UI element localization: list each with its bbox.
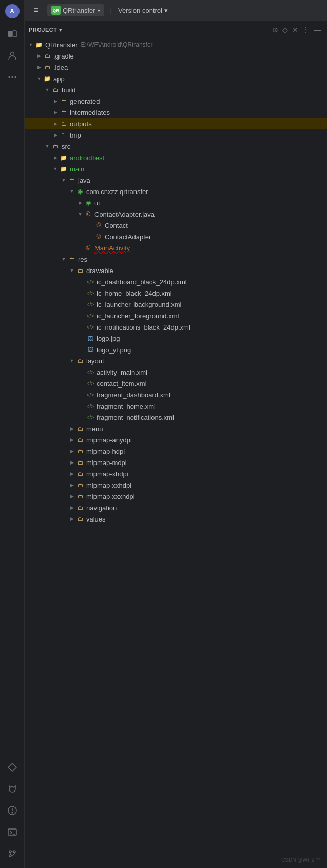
tree-item-package[interactable]: ▼ ◉ com.cnxzz.qrtransfer bbox=[25, 186, 327, 197]
account-icon[interactable] bbox=[2, 45, 23, 66]
close-icon[interactable]: ✕ bbox=[292, 26, 298, 34]
tree-item-tmp[interactable]: ▶ 🗀 tmp bbox=[25, 129, 327, 141]
tree-item-mipmap-anydpi[interactable]: ▶ 🗀 mipmap-anydpi bbox=[25, 434, 327, 446]
tree-item-mainactivity[interactable]: © MainActivity bbox=[25, 242, 327, 254]
tree-item-ic-launcher-bg[interactable]: </> ic_launcher_background.xml bbox=[25, 299, 327, 310]
arrow-generated: ▶ bbox=[51, 97, 60, 105]
folder-icon-qrtransfer: 📁 bbox=[35, 41, 43, 49]
arrow-main: ▼ bbox=[51, 165, 60, 173]
tree-item-fragment-notifications[interactable]: </> fragment_notifications.xml bbox=[25, 412, 327, 423]
warning-icon[interactable] bbox=[2, 800, 23, 821]
arrow-qrtransfer: ▼ bbox=[27, 41, 35, 49]
panel-header-left: Project ▾ bbox=[29, 27, 62, 33]
image-icon-logo-yt: 🖼 bbox=[86, 345, 94, 354]
arrow-mipmap-mdpi: ▶ bbox=[68, 458, 76, 467]
tree-item-ic-home[interactable]: </> ic_home_black_24dp.xml bbox=[25, 287, 327, 299]
folder-icon-app: 📁 bbox=[43, 74, 51, 83]
tree-item-contactadapter-java[interactable]: ▼ © ContactAdapter.java bbox=[25, 208, 327, 220]
file-label-fragment-notifications: fragment_notifications.xml bbox=[97, 414, 174, 421]
file-label-mipmap-hdpi: mipmap-hdpi bbox=[86, 448, 125, 455]
file-label-fragment-dashboard: fragment_dashboard.xml bbox=[97, 391, 170, 399]
add-icon[interactable]: ⊕ bbox=[272, 26, 278, 34]
tree-item-java[interactable]: ▼ 🗀 java bbox=[25, 175, 327, 186]
svg-point-9 bbox=[12, 812, 13, 813]
app-selector[interactable]: QR QRtransfer ▾ bbox=[47, 4, 104, 16]
tree-item-app[interactable]: ▼ 📁 app bbox=[25, 73, 327, 84]
arrow-build: ▼ bbox=[43, 86, 51, 94]
version-control-selector[interactable]: Version control ▾ bbox=[118, 7, 168, 14]
cat-icon[interactable] bbox=[2, 779, 23, 799]
image-icon-logo-jpg: 🖼 bbox=[86, 334, 94, 342]
git-icon[interactable] bbox=[2, 843, 23, 864]
tree-item-mipmap-xxxhdpi[interactable]: ▶ 🗀 mipmap-xxxhdpi bbox=[25, 491, 327, 502]
hamburger-icon[interactable]: ≡ bbox=[29, 3, 43, 17]
tree-item-ic-dashboard[interactable]: </> ic_dashboard_black_24dp.xml bbox=[25, 276, 327, 287]
tree-item-mipmap-hdpi[interactable]: ▶ 🗀 mipmap-hdpi bbox=[25, 446, 327, 457]
arrow-menu: ▶ bbox=[68, 425, 76, 433]
arrow-mipmap-xxhdpi: ▶ bbox=[68, 481, 76, 489]
tree-item-idea[interactable]: ▶ 🗀 .idea bbox=[25, 62, 327, 73]
tree-item-ui[interactable]: ▶ ◉ ui bbox=[25, 197, 327, 208]
svg-rect-1 bbox=[13, 31, 16, 37]
tree-item-main[interactable]: ▼ 📁 main bbox=[25, 163, 327, 175]
tree-item-contact-class[interactable]: © Contact bbox=[25, 220, 327, 231]
tree-item-fragment-dashboard[interactable]: </> fragment_dashboard.xml bbox=[25, 389, 327, 400]
terminal-icon[interactable] bbox=[2, 822, 23, 842]
tree-item-mipmap-xxhdpi[interactable]: ▶ 🗀 mipmap-xxhdpi bbox=[25, 479, 327, 491]
file-label-mainactivity: MainActivity bbox=[94, 244, 130, 252]
tree-item-logo-yt[interactable]: 🖼 logo_yt.png bbox=[25, 344, 327, 355]
tree-item-ic-notifications[interactable]: </> ic_notifications_black_24dp.xml bbox=[25, 321, 327, 333]
panel-dropdown-icon[interactable]: ▾ bbox=[59, 27, 62, 33]
folder-icon-main: 📁 bbox=[60, 165, 68, 173]
tree-item-navigation[interactable]: ▶ 🗀 navigation bbox=[25, 502, 327, 513]
tree-item-mipmap-mdpi[interactable]: ▶ 🗀 mipmap-mdpi bbox=[25, 457, 327, 468]
sidebar-toggle-icon[interactable] bbox=[2, 24, 23, 44]
folder-icon-tmp: 🗀 bbox=[60, 131, 68, 139]
xml-icon-ic-launcher-bg: </> bbox=[86, 300, 94, 308]
tree-item-logo-jpg[interactable]: 🖼 logo.jpg bbox=[25, 333, 327, 344]
tree-item-contactadapter-class[interactable]: © ContactAdapter bbox=[25, 231, 327, 242]
tree-item-contact-item[interactable]: </> contact_item.xml bbox=[25, 378, 327, 389]
diamond-icon[interactable] bbox=[2, 757, 23, 778]
xml-icon-fragment-notifications: </> bbox=[86, 413, 94, 421]
tree-item-drawable[interactable]: ▼ 🗀 drawable bbox=[25, 265, 327, 276]
tree-item-res[interactable]: ▼ 🗀 res bbox=[25, 254, 327, 265]
tree-item-generated[interactable]: ▶ 🗀 generated bbox=[25, 95, 327, 107]
file-label-ic-dashboard: ic_dashboard_black_24dp.xml bbox=[97, 278, 187, 286]
folder-icon-mipmap-xhdpi: 🗀 bbox=[76, 470, 84, 478]
folder-icon-outputs: 🗀 bbox=[60, 120, 68, 128]
arrow-tmp: ▶ bbox=[51, 131, 60, 139]
file-tree: ▼ 📁 QRtransfer E:\WF\Android\QRtransfer … bbox=[25, 39, 327, 868]
tree-item-menu[interactable]: ▶ 🗀 menu bbox=[25, 423, 327, 434]
tree-item-src[interactable]: ▼ 🗀 src bbox=[25, 141, 327, 152]
file-label-logo-yt: logo_yt.png bbox=[97, 346, 131, 354]
avatar-icon[interactable]: A bbox=[5, 4, 20, 18]
file-label-contact-item: contact_item.xml bbox=[97, 380, 147, 388]
scroll-icon[interactable]: ◇ bbox=[282, 26, 288, 34]
tree-item-values[interactable]: ▶ 🗀 values bbox=[25, 513, 327, 525]
file-label-ic-home: ic_home_black_24dp.xml bbox=[97, 290, 172, 297]
tree-item-layout[interactable]: ▼ 🗀 layout bbox=[25, 355, 327, 367]
arrow-package: ▼ bbox=[68, 187, 76, 196]
arrow-mipmap-xhdpi: ▶ bbox=[68, 470, 76, 478]
tree-item-intermediates[interactable]: ▶ 🗀 intermediates bbox=[25, 107, 327, 118]
folder-icon-ui: ◉ bbox=[84, 199, 92, 207]
tree-item-qrtransfer[interactable]: ▼ 📁 QRtransfer E:\WF\Android\QRtransfer bbox=[25, 39, 327, 50]
tree-item-ic-launcher-fg[interactable]: </> ic_launcher_foreground.xml bbox=[25, 310, 327, 321]
file-label-package: com.cnxzz.qrtransfer bbox=[86, 188, 148, 196]
file-label-generated: generated bbox=[70, 98, 100, 105]
class-icon-mainactivity: © bbox=[84, 244, 92, 252]
tree-item-androidtest[interactable]: ▶ 📁 androidTest bbox=[25, 152, 327, 163]
file-label-mipmap-anydpi: mipmap-anydpi bbox=[86, 436, 132, 444]
arrow-drawable: ▼ bbox=[68, 266, 76, 275]
tree-item-build[interactable]: ▼ 🗀 build bbox=[25, 84, 327, 95]
app-name: QRtransfer bbox=[63, 7, 95, 14]
minimize-icon[interactable]: — bbox=[314, 26, 321, 34]
tree-item-activity-main[interactable]: </> activity_main.xml bbox=[25, 367, 327, 378]
more-options-icon[interactable]: ⋮ bbox=[302, 26, 310, 34]
tree-item-mipmap-xhdpi[interactable]: ▶ 🗀 mipmap-xhdpi bbox=[25, 468, 327, 479]
tree-item-fragment-home[interactable]: </> fragment_home.xml bbox=[25, 400, 327, 412]
tree-item-gradle[interactable]: ▶ 🗀 .gradle bbox=[25, 50, 327, 62]
more-icon[interactable] bbox=[2, 67, 23, 87]
tree-item-outputs[interactable]: ▶ 🗀 outputs bbox=[25, 118, 327, 129]
